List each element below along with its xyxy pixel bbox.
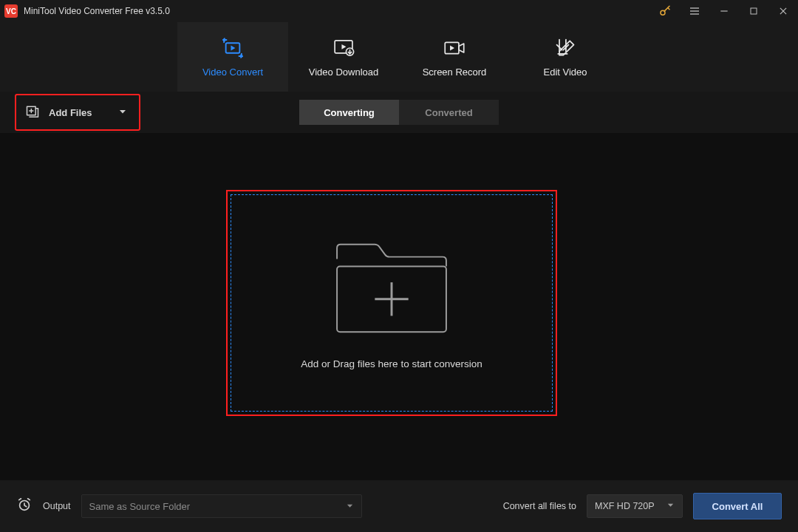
folder-plus-icon bbox=[329, 237, 454, 339]
chevron-down-icon bbox=[346, 501, 354, 512]
svg-marker-24 bbox=[347, 504, 352, 507]
drop-hint: Add or Drag files here to start conversi… bbox=[301, 358, 482, 369]
add-file-icon bbox=[25, 103, 40, 121]
tab-edit-video[interactable]: Edit Video bbox=[510, 22, 621, 92]
drop-zone-highlight: Add or Drag files here to start conversi… bbox=[226, 190, 557, 416]
window-controls bbox=[650, 0, 798, 22]
output-folder-value: Same as Source Folder bbox=[89, 501, 191, 512]
tab-label: Screen Record bbox=[423, 66, 487, 78]
output-label: Output bbox=[43, 501, 71, 511]
chevron-down-icon bbox=[118, 106, 127, 119]
app-title: MiniTool Video Converter Free v3.5.0 bbox=[24, 6, 170, 16]
maximize-button[interactable] bbox=[739, 0, 768, 22]
svg-marker-19 bbox=[120, 110, 126, 114]
close-button[interactable] bbox=[768, 0, 798, 22]
app-logo: VC bbox=[4, 4, 18, 18]
svg-marker-11 bbox=[341, 44, 346, 49]
tab-converting[interactable]: Converting bbox=[299, 100, 399, 125]
record-icon bbox=[442, 37, 467, 59]
key-icon[interactable] bbox=[650, 0, 680, 22]
tab-converted[interactable]: Converted bbox=[399, 100, 499, 125]
svg-marker-25 bbox=[668, 504, 673, 507]
conversion-tabs: Converting Converted bbox=[299, 100, 499, 125]
svg-marker-15 bbox=[559, 41, 573, 55]
svg-marker-9 bbox=[231, 45, 235, 50]
output-folder-select[interactable]: Same as Source Folder bbox=[81, 494, 362, 518]
tab-screen-record[interactable]: Screen Record bbox=[399, 22, 510, 92]
format-select[interactable]: MXF HD 720P bbox=[587, 494, 683, 518]
tab-label: Video Download bbox=[309, 66, 378, 78]
main-area: Add or Drag files here to start conversi… bbox=[0, 133, 798, 480]
clock-icon[interactable] bbox=[16, 497, 33, 516]
add-files-button[interactable]: Add Files bbox=[15, 94, 140, 131]
convert-icon bbox=[220, 37, 245, 59]
top-nav: Video Convert Video Download Screen Reco… bbox=[0, 22, 798, 92]
svg-marker-14 bbox=[450, 45, 454, 50]
svg-rect-5 bbox=[751, 8, 757, 14]
download-icon bbox=[331, 37, 356, 59]
tab-label: Video Convert bbox=[202, 66, 263, 78]
add-files-label: Add Files bbox=[49, 107, 92, 118]
title-bar: VC MiniTool Video Converter Free v3.5.0 bbox=[0, 0, 798, 22]
minimize-button[interactable] bbox=[709, 0, 739, 22]
footer-bar: Output Same as Source Folder Convert all… bbox=[0, 480, 798, 532]
menu-icon[interactable] bbox=[680, 0, 709, 22]
edit-icon bbox=[554, 37, 576, 59]
toolbar: Add Files Converting Converted bbox=[0, 92, 798, 133]
tab-label: Edit Video bbox=[543, 66, 587, 78]
convert-all-button[interactable]: Convert All bbox=[693, 493, 782, 519]
format-value: MXF HD 720P bbox=[595, 501, 655, 511]
tab-video-convert[interactable]: Video Convert bbox=[177, 22, 288, 92]
chevron-down-icon bbox=[666, 501, 675, 511]
tab-video-download[interactable]: Video Download bbox=[288, 22, 399, 92]
convert-all-to-label: Convert all files to bbox=[503, 501, 576, 511]
drop-zone[interactable]: Add or Drag files here to start conversi… bbox=[231, 194, 553, 412]
